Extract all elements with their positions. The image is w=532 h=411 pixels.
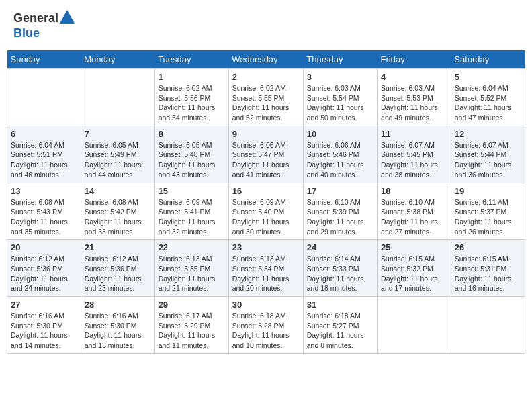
day-number: 9 <box>232 129 300 139</box>
day-number: 7 <box>85 129 151 139</box>
day-info: Sunrise: 6:07 AM Sunset: 5:45 PM Dayligh… <box>381 140 447 180</box>
day-info: Sunrise: 6:06 AM Sunset: 5:47 PM Dayligh… <box>232 140 300 180</box>
day-info: Sunrise: 6:17 AM Sunset: 5:29 PM Dayligh… <box>159 311 225 351</box>
day-info: Sunrise: 6:16 AM Sunset: 5:30 PM Dayligh… <box>11 311 77 351</box>
day-number: 4 <box>381 72 447 82</box>
calendar-day-cell: 24Sunrise: 6:14 AM Sunset: 5:33 PM Dayli… <box>303 240 377 297</box>
calendar-day-cell: 18Sunrise: 6:10 AM Sunset: 5:38 PM Dayli… <box>378 183 451 240</box>
day-info: Sunrise: 6:05 AM Sunset: 5:49 PM Dayligh… <box>85 140 151 180</box>
header-day-monday: Monday <box>81 50 154 69</box>
day-info: Sunrise: 6:09 AM Sunset: 5:41 PM Dayligh… <box>159 197 225 237</box>
day-info: Sunrise: 6:03 AM Sunset: 5:53 PM Dayligh… <box>381 83 447 123</box>
calendar-day-cell: 11Sunrise: 6:07 AM Sunset: 5:45 PM Dayli… <box>378 126 451 183</box>
day-number: 19 <box>455 186 521 196</box>
day-number: 27 <box>11 300 77 310</box>
day-number: 3 <box>307 72 373 82</box>
day-info: Sunrise: 6:10 AM Sunset: 5:39 PM Dayligh… <box>307 197 373 237</box>
calendar-day-cell: 30Sunrise: 6:18 AM Sunset: 5:28 PM Dayli… <box>228 297 303 354</box>
day-number: 8 <box>159 129 225 139</box>
calendar-day-cell: 2Sunrise: 6:02 AM Sunset: 5:55 PM Daylig… <box>228 69 303 126</box>
calendar-day-cell: 20Sunrise: 6:12 AM Sunset: 5:36 PM Dayli… <box>7 240 81 297</box>
calendar-week-row: 13Sunrise: 6:08 AM Sunset: 5:43 PM Dayli… <box>7 183 525 240</box>
day-info: Sunrise: 6:05 AM Sunset: 5:48 PM Dayligh… <box>159 140 225 180</box>
day-number: 14 <box>85 186 151 196</box>
calendar-day-cell: 5Sunrise: 6:04 AM Sunset: 5:52 PM Daylig… <box>451 69 525 126</box>
day-info: Sunrise: 6:12 AM Sunset: 5:36 PM Dayligh… <box>85 254 151 293</box>
calendar-week-row: 1Sunrise: 6:02 AM Sunset: 5:56 PM Daylig… <box>7 69 525 126</box>
calendar-day-cell: 3Sunrise: 6:03 AM Sunset: 5:54 PM Daylig… <box>303 69 377 126</box>
logo-blue-text: Blue <box>13 26 40 40</box>
day-number: 6 <box>11 129 77 139</box>
calendar-day-cell: 4Sunrise: 6:03 AM Sunset: 5:53 PM Daylig… <box>378 69 451 126</box>
header-day-thursday: Thursday <box>303 50 377 69</box>
day-info: Sunrise: 6:07 AM Sunset: 5:44 PM Dayligh… <box>455 140 521 180</box>
day-number: 24 <box>307 242 373 253</box>
day-number: 28 <box>85 300 151 310</box>
calendar-day-cell: 16Sunrise: 6:09 AM Sunset: 5:40 PM Dayli… <box>228 183 303 240</box>
header-day-sunday: Sunday <box>7 50 81 69</box>
day-info: Sunrise: 6:16 AM Sunset: 5:30 PM Dayligh… <box>85 311 151 351</box>
day-number: 15 <box>159 186 225 196</box>
day-info: Sunrise: 6:12 AM Sunset: 5:36 PM Dayligh… <box>11 254 77 293</box>
calendar-day-cell: 31Sunrise: 6:18 AM Sunset: 5:27 PM Dayli… <box>303 297 377 354</box>
calendar-day-cell <box>378 297 451 354</box>
header-day-wednesday: Wednesday <box>228 50 303 69</box>
day-info: Sunrise: 6:18 AM Sunset: 5:28 PM Dayligh… <box>232 311 300 351</box>
calendar-day-cell <box>81 69 154 126</box>
day-number: 12 <box>455 129 521 139</box>
day-number: 18 <box>381 186 447 196</box>
day-info: Sunrise: 6:02 AM Sunset: 5:56 PM Dayligh… <box>159 83 225 123</box>
day-info: Sunrise: 6:15 AM Sunset: 5:31 PM Dayligh… <box>455 254 521 293</box>
day-number: 30 <box>232 300 300 310</box>
calendar-day-cell: 15Sunrise: 6:09 AM Sunset: 5:41 PM Dayli… <box>154 183 228 240</box>
header-day-saturday: Saturday <box>451 50 525 69</box>
day-info: Sunrise: 6:15 AM Sunset: 5:32 PM Dayligh… <box>381 254 447 293</box>
calendar-day-cell: 22Sunrise: 6:13 AM Sunset: 5:35 PM Dayli… <box>154 240 228 297</box>
day-info: Sunrise: 6:08 AM Sunset: 5:42 PM Dayligh… <box>85 197 151 237</box>
calendar-week-row: 20Sunrise: 6:12 AM Sunset: 5:36 PM Dayli… <box>7 240 525 297</box>
calendar-week-row: 27Sunrise: 6:16 AM Sunset: 5:30 PM Dayli… <box>7 297 525 354</box>
day-info: Sunrise: 6:14 AM Sunset: 5:33 PM Dayligh… <box>307 254 373 293</box>
logo-general-text: General <box>13 11 58 26</box>
calendar-day-cell: 29Sunrise: 6:17 AM Sunset: 5:29 PM Dayli… <box>154 297 228 354</box>
day-number: 21 <box>85 242 151 253</box>
calendar-day-cell <box>451 297 525 354</box>
calendar-week-row: 6Sunrise: 6:04 AM Sunset: 5:51 PM Daylig… <box>7 126 525 183</box>
logo: General Blue <box>13 10 75 40</box>
day-info: Sunrise: 6:10 AM Sunset: 5:38 PM Dayligh… <box>381 197 447 237</box>
day-number: 16 <box>232 186 300 196</box>
day-number: 2 <box>232 72 300 82</box>
day-number: 29 <box>159 300 225 310</box>
page-header: General Blue <box>7 7 525 44</box>
day-number: 17 <box>307 186 373 196</box>
day-info: Sunrise: 6:03 AM Sunset: 5:54 PM Dayligh… <box>307 83 373 123</box>
day-number: 31 <box>307 300 373 310</box>
calendar-day-cell: 1Sunrise: 6:02 AM Sunset: 5:56 PM Daylig… <box>154 69 228 126</box>
calendar-day-cell: 21Sunrise: 6:12 AM Sunset: 5:36 PM Dayli… <box>81 240 154 297</box>
day-number: 22 <box>159 242 225 253</box>
day-number: 13 <box>11 186 77 196</box>
day-info: Sunrise: 6:13 AM Sunset: 5:35 PM Dayligh… <box>159 254 225 293</box>
day-number: 5 <box>455 72 521 82</box>
day-info: Sunrise: 6:04 AM Sunset: 5:52 PM Dayligh… <box>455 83 521 123</box>
calendar-header-row: SundayMondayTuesdayWednesdayThursdayFrid… <box>7 50 525 69</box>
calendar-day-cell: 28Sunrise: 6:16 AM Sunset: 5:30 PM Dayli… <box>81 297 154 354</box>
day-info: Sunrise: 6:18 AM Sunset: 5:27 PM Dayligh… <box>307 311 373 351</box>
calendar-day-cell: 7Sunrise: 6:05 AM Sunset: 5:49 PM Daylig… <box>81 126 154 183</box>
day-number: 26 <box>455 242 521 253</box>
day-number: 23 <box>232 242 300 253</box>
day-number: 20 <box>11 242 77 253</box>
calendar-day-cell: 10Sunrise: 6:06 AM Sunset: 5:46 PM Dayli… <box>303 126 377 183</box>
calendar-day-cell: 8Sunrise: 6:05 AM Sunset: 5:48 PM Daylig… <box>154 126 228 183</box>
day-info: Sunrise: 6:04 AM Sunset: 5:51 PM Dayligh… <box>11 140 77 180</box>
day-number: 10 <box>307 129 373 139</box>
day-number: 25 <box>381 242 447 253</box>
calendar-day-cell: 26Sunrise: 6:15 AM Sunset: 5:31 PM Dayli… <box>451 240 525 297</box>
day-info: Sunrise: 6:13 AM Sunset: 5:34 PM Dayligh… <box>232 254 300 293</box>
logo-bird-icon <box>60 10 75 24</box>
calendar-day-cell: 9Sunrise: 6:06 AM Sunset: 5:47 PM Daylig… <box>228 126 303 183</box>
day-info: Sunrise: 6:11 AM Sunset: 5:37 PM Dayligh… <box>455 197 521 237</box>
day-info: Sunrise: 6:09 AM Sunset: 5:40 PM Dayligh… <box>232 197 300 237</box>
calendar-day-cell: 12Sunrise: 6:07 AM Sunset: 5:44 PM Dayli… <box>451 126 525 183</box>
calendar-day-cell <box>7 69 81 126</box>
